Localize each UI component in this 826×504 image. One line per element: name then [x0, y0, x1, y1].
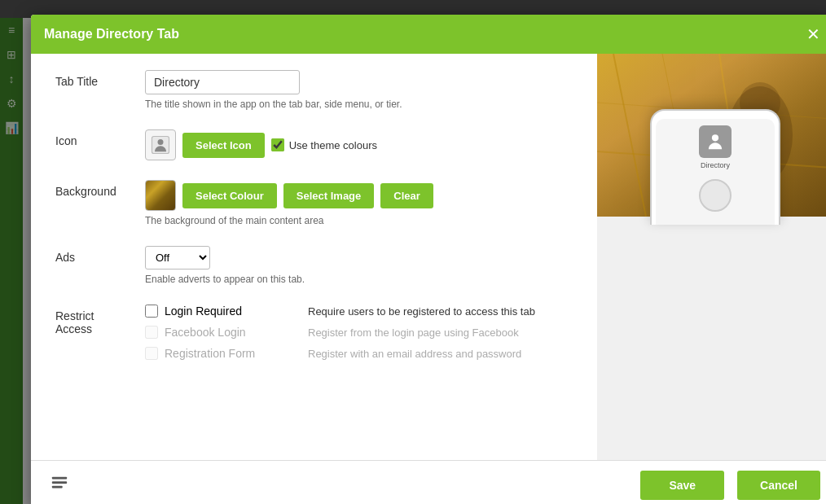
registration-form-desc: Register with an email address and passw…: [308, 348, 521, 360]
footer-right: Save Cancel: [640, 471, 820, 500]
phone-tab-icon-container: Directory: [699, 125, 732, 169]
facebook-login-label: Facebook Login: [165, 326, 246, 339]
background-content: Select Colour Select Image Clear The bac…: [145, 180, 573, 226]
ads-select[interactable]: Off On: [145, 246, 210, 270]
svg-rect-11: [52, 477, 67, 480]
phone-home-button: [699, 179, 732, 212]
restrict-access-content: Login Required Require users to be regis…: [145, 305, 573, 368]
modal-header: Manage Directory Tab ✕: [31, 15, 826, 54]
modal-title: Manage Directory Tab: [44, 27, 179, 42]
facebook-login-desc: Register from the login page using Faceb…: [308, 327, 519, 339]
phone-tab-label: Directory: [701, 161, 730, 169]
modal-body: Tab Title The title shown in the app on …: [31, 54, 826, 460]
registration-form-checkbox[interactable]: [145, 347, 158, 360]
phone-preview-panel: Directory: [597, 54, 826, 460]
use-theme-colors-checkbox[interactable]: [271, 138, 284, 151]
icon-section: Select Icon Use theme colours: [145, 129, 573, 160]
tab-title-hint: The title shown in the app on the tab ba…: [145, 99, 573, 110]
background-label: Background: [55, 180, 145, 198]
login-required-desc: Require users to be registered to access…: [308, 305, 535, 318]
text-icon-button[interactable]: [44, 467, 75, 502]
background-row: Background Select Colour Select Image Cl…: [55, 180, 573, 226]
registration-form-check: Registration Form: [145, 347, 308, 360]
registration-form-item: Registration Form Register with an email…: [145, 347, 573, 360]
svg-point-10: [712, 134, 718, 141]
phone-tab-icon: [699, 125, 732, 158]
phone-screen: Directory: [656, 119, 775, 225]
background-section: Select Colour Select Image Clear: [145, 180, 573, 211]
ads-row: Ads Off On Enable adverts to appear on t…: [55, 246, 573, 285]
restrict-access-row: Restrict Access Login Required Require u…: [55, 305, 573, 368]
icon-label: Icon: [55, 129, 145, 147]
use-theme-colors-text: Use theme colours: [289, 139, 377, 151]
select-icon-button[interactable]: Select Icon: [182, 133, 265, 158]
ads-label: Ads: [55, 246, 145, 264]
person-icon: [149, 134, 172, 156]
select-colour-button[interactable]: Select Colour: [182, 183, 277, 208]
cancel-button[interactable]: Cancel: [737, 471, 820, 500]
login-required-checkbox[interactable]: [145, 305, 158, 318]
ads-hint: Enable adverts to appear on this tab.: [145, 274, 573, 285]
tab-title-input[interactable]: [145, 70, 300, 94]
tab-title-row: Tab Title The title shown in the app on …: [55, 70, 573, 110]
restrict-access-label: Restrict Access: [55, 305, 145, 335]
phone-directory-icon: [704, 130, 727, 153]
modal-form-panel: Tab Title The title shown in the app on …: [31, 54, 597, 460]
svg-point-1: [158, 139, 164, 145]
modal-close-button[interactable]: ✕: [806, 26, 820, 42]
icon-preview: [145, 129, 176, 160]
manage-directory-tab-modal: Manage Directory Tab ✕ Tab Title The tit…: [31, 15, 826, 504]
svg-rect-12: [52, 481, 67, 484]
tab-title-label: Tab Title: [55, 70, 145, 88]
login-required-check: Login Required: [145, 305, 308, 318]
use-theme-colors-label[interactable]: Use theme colours: [271, 138, 377, 151]
save-button[interactable]: Save: [640, 471, 724, 500]
registration-form-label: Registration Form: [165, 347, 255, 360]
tab-title-content: The title shown in the app on the tab ba…: [145, 70, 573, 110]
icon-row: Icon Select Icon Us: [55, 129, 573, 160]
footer-left: [44, 467, 75, 502]
facebook-login-item: Facebook Login Register from the login p…: [145, 326, 573, 339]
text-icon: [51, 474, 68, 492]
clear-button[interactable]: Clear: [380, 183, 433, 208]
select-image-button[interactable]: Select Image: [283, 183, 375, 208]
facebook-login-check: Facebook Login: [145, 326, 308, 339]
login-required-label: Login Required: [165, 305, 242, 318]
background-preview-swatch: [145, 180, 176, 211]
background-hint: The background of the main content area: [145, 215, 573, 226]
ads-content: Off On Enable adverts to appear on this …: [145, 246, 573, 285]
facebook-login-checkbox[interactable]: [145, 326, 158, 339]
login-required-item: Login Required Require users to be regis…: [145, 305, 573, 318]
modal-footer: Save Cancel: [31, 460, 826, 504]
phone-frame: Directory: [650, 109, 780, 225]
icon-content: Select Icon Use theme colours: [145, 129, 573, 160]
svg-rect-13: [52, 486, 63, 489]
